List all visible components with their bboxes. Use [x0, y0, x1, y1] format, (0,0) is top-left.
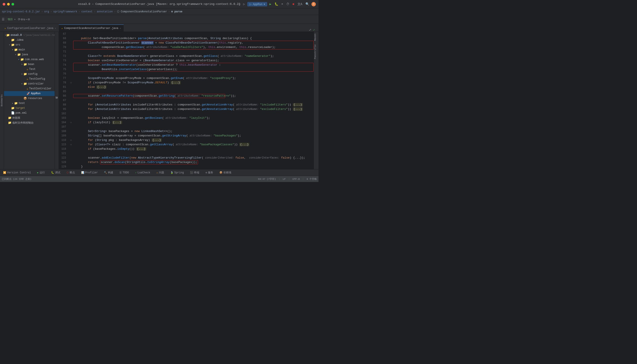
tab-componentscanannotationparser[interactable]: ☕ ComponentScanAnnotationParser.java ✕: [59, 24, 124, 32]
tree-item-target[interactable]: 📁 target: [4, 106, 55, 110]
tree-item-comossaweb[interactable]: ▾ 📁 com.ossa.web: [4, 57, 55, 62]
code-editor[interactable]: 67 68 public Set<BeanDefinitionHolder> p…: [59, 32, 314, 169]
maximize-button[interactable]: [12, 3, 14, 6]
passtrifle-panel-label[interactable]: Passtrifle: [314, 43, 318, 61]
breadcrumb-annotation[interactable]: annotation: [97, 10, 113, 13]
line-number: 130: [59, 169, 69, 169]
structure-label[interactable]: 结构: [55, 99, 58, 102]
line-number: 107: [59, 125, 69, 129]
version-control-btn[interactable]: 🔀 Version Control: [2, 171, 32, 175]
tree-item-test[interactable]: ☕ Test: [4, 67, 55, 72]
apprun-button[interactable]: ▷ AppRun ▾: [247, 2, 267, 6]
dependencies-icon: 📦: [220, 171, 222, 174]
profile-icon[interactable]: ⏱: [285, 2, 290, 6]
title-right-actions: ◁ ▷ ▷ AppRun ▾ ▶ 🐛 ☂ ⏱ ■ 文A 🔍 A: [237, 2, 316, 7]
run-btn[interactable]: ▶ 运行: [36, 170, 46, 175]
scratch-icon: 📁: [8, 121, 12, 124]
debug-btn[interactable]: 🐛 调试: [50, 170, 62, 175]
tree-item-pomxml[interactable]: 📄 pom.xml: [4, 110, 55, 116]
close-button[interactable]: [3, 3, 5, 6]
arrow-icon: ▾: [11, 48, 14, 51]
problems-btn[interactable]: ⚠ 问题: [155, 170, 166, 175]
profiler-icon: 📊: [81, 171, 84, 174]
breadcrumb-springframework[interactable]: springframework: [53, 10, 77, 13]
sort-icon[interactable]: ⇅: [23, 18, 25, 21]
line-number: 102: [59, 112, 69, 116]
tree-item-idea[interactable]: 📁 .idea: [4, 38, 55, 42]
translate-icon[interactable]: 文A: [296, 2, 303, 7]
todo-btn[interactable]: ☰ TODO: [118, 171, 130, 175]
tree-item-testfolder[interactable]: ▸ 📁 test: [4, 101, 55, 106]
user-icon[interactable]: A: [312, 2, 316, 6]
bookmarks-label[interactable]: Bookmarks: [1, 93, 3, 108]
tab-configurationclassparser[interactable]: ☕ ConfigurationClassParser.java ✕: [2, 24, 59, 32]
tree-item-scratch[interactable]: 📁 临时文件和控制台: [4, 120, 55, 125]
services-btn[interactable]: ⚙ 服务: [204, 170, 214, 175]
breadcrumb-context[interactable]: context: [82, 10, 92, 13]
breakpoint-btn[interactable]: ⬡ 断点: [65, 170, 76, 175]
tab-close-2[interactable]: ✕: [120, 27, 121, 30]
arrow-icon: ▾: [20, 82, 24, 85]
coverage-icon[interactable]: ☂: [280, 2, 284, 6]
tree-item-external[interactable]: 📁 外部库: [4, 116, 55, 120]
checkmark-icon[interactable]: ✓: [313, 28, 315, 32]
tree-label: pom.xml: [16, 112, 26, 114]
dependencies-btn[interactable]: 📦 依赖项: [218, 170, 233, 175]
java-icon: ☕: [26, 68, 28, 71]
nav-forward-icon[interactable]: ▷: [242, 2, 246, 6]
tree-item-testcontroller[interactable]: ☕ TestController: [4, 86, 55, 91]
tab-close-1[interactable]: ✕: [55, 27, 56, 30]
tree-item-controller[interactable]: ▾ 📁 controller: [4, 82, 55, 86]
code-line-115: 115 ◇ for (Class<?> clazz : componentSca…: [59, 142, 314, 147]
tree-item-resources[interactable]: 📦 resources: [4, 96, 55, 101]
minimize-button[interactable]: [7, 3, 10, 6]
build-btn[interactable]: 🔨 构建: [103, 170, 114, 175]
folder-icon: 📁: [14, 102, 18, 105]
terminal-btn[interactable]: ⬛ 终端: [189, 170, 200, 175]
redbox-group-1: 69 ClassPathBeanDefinitionScanner scanne…: [59, 41, 314, 50]
debug-icon[interactable]: 🐛: [274, 2, 279, 6]
project-label[interactable]: 项目: [8, 18, 13, 21]
tree-item-apprun[interactable]: 🚀 AppRun: [4, 91, 55, 96]
tree-item-java[interactable]: ▾ 📁 java: [4, 52, 55, 57]
line-number: 86: [59, 94, 69, 98]
tree-item-src[interactable]: ▾ 📁 src: [4, 42, 55, 47]
line-content: Class<?> extends BeanNameGenerator> gene…: [73, 54, 314, 58]
gear-icon[interactable]: ⚙: [21, 18, 23, 21]
maven-panel-label[interactable]: Maven: [314, 32, 318, 43]
stop-icon[interactable]: ■: [292, 2, 295, 6]
line-number: 67: [59, 32, 69, 36]
tree-item-ossa30[interactable]: ▾ 📁 ossa3.0 ~/java/java/seckill-redis/c: [4, 33, 55, 38]
code-line-104: 104 ◇ if (lazyInit) {...}: [59, 120, 314, 125]
tree-item-bean[interactable]: ▾ 📁 bean: [4, 62, 55, 67]
more-icon[interactable]: ⋯: [26, 18, 28, 21]
luacheck-btn[interactable]: ✓ LuaCheck: [134, 171, 152, 175]
spring-btn[interactable]: 🍃 Spring: [169, 171, 185, 175]
collapse-icon[interactable]: ⊟: [28, 18, 30, 21]
line-content: public Set<BeanDefinitionHolder> parse(A…: [73, 36, 314, 41]
code-line-72: 72 Class<?> extends BeanNameGenerator> g…: [59, 54, 314, 58]
tree-item-main[interactable]: ▾ 📁 main: [4, 47, 55, 52]
sync-icon[interactable]: ⟳: [18, 18, 20, 21]
indent-size: 4 个空格: [306, 177, 317, 181]
search-icon[interactable]: 🔍: [304, 2, 310, 6]
line-number: 68: [59, 36, 69, 41]
breadcrumb-project[interactable]: spring-context-6.0.2.jar: [2, 10, 40, 13]
tree-item-config[interactable]: ▾ 📁 config: [4, 72, 55, 76]
breadcrumb-org[interactable]: org: [44, 10, 49, 13]
nav-back-icon[interactable]: ◁: [237, 2, 241, 6]
spring-label: Spring: [174, 171, 184, 174]
expand-editor-icon[interactable]: ⤢: [309, 28, 312, 32]
line-number: 76: [59, 72, 69, 76]
tab-bar: ☕ ConfigurationClassParser.java ✕ ☕ Comp…: [0, 24, 318, 32]
profiler-btn[interactable]: 📊 Profiler: [80, 171, 99, 175]
code-line-109: 109 String[] basePackagesArray = compone…: [59, 134, 314, 138]
line-number: 128: [59, 160, 69, 164]
run-icon[interactable]: ▶: [268, 2, 272, 6]
breadcrumb-class[interactable]: ⬡ ComponentScanAnnotationParser: [117, 10, 167, 13]
code-line-128: 128 return scanner.doScan(StringUtils.to…: [59, 160, 314, 164]
line-number: 77: [59, 76, 69, 80]
tree-item-testconfig[interactable]: ☕ TestConfig: [4, 76, 55, 82]
project-dropdown[interactable]: ▾: [14, 18, 16, 21]
sidebar-toggle[interactable]: ☰: [2, 18, 5, 21]
